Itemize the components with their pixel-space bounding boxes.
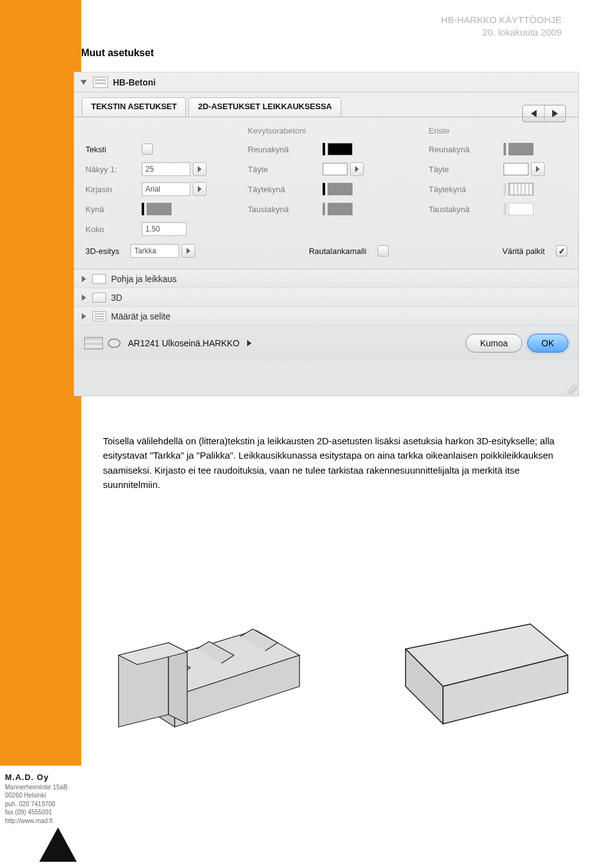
cube-icon bbox=[92, 293, 106, 303]
popup-kirjasin[interactable] bbox=[193, 182, 207, 196]
body-paragraph: Toisella välilehdellä on (littera)teksti… bbox=[103, 434, 562, 492]
label-3d-esitys: 3D-esitys bbox=[85, 246, 119, 256]
page: HB-HARKKO KÄYTTÖOHJE 20. lokakuuta 2009 … bbox=[0, 0, 599, 868]
group-3d[interactable]: 3D bbox=[74, 288, 578, 307]
pen-reunakyna-m[interactable] bbox=[323, 143, 410, 155]
popup-3d-esitys[interactable] bbox=[182, 244, 195, 258]
chevron-right-icon bbox=[198, 166, 202, 172]
fill-tayte-m[interactable] bbox=[323, 163, 348, 175]
plan-icon bbox=[92, 274, 106, 284]
url-line: http://www.mad.fi bbox=[5, 817, 110, 826]
label-reunakyna-r: Reunakynä bbox=[429, 145, 504, 154]
pen-taustakyna-m[interactable] bbox=[323, 203, 410, 215]
input-3d-esitys[interactable]: Tarkka bbox=[130, 244, 179, 258]
block-palikka bbox=[406, 624, 568, 724]
chevron-right-icon bbox=[187, 248, 190, 254]
ok-button[interactable]: OK bbox=[527, 334, 568, 353]
dialog-titlebar: HB-Betoni bbox=[74, 72, 578, 92]
chevron-right-icon bbox=[198, 186, 202, 192]
address-line: Mannerheimintie 15aB bbox=[5, 783, 110, 792]
fax-line: fax (09) 4555091 bbox=[5, 808, 110, 817]
label-taustakyna-m: Taustakynä bbox=[248, 205, 323, 214]
chevron-right-icon bbox=[355, 166, 359, 172]
orange-sidebar bbox=[0, 0, 81, 868]
chevron-right-icon bbox=[247, 340, 251, 346]
object-type-icon bbox=[93, 77, 108, 88]
label-teksti: Teksti bbox=[85, 145, 142, 154]
section-heading: Muut asetukset bbox=[81, 47, 153, 59]
doc-date: 20. lokakuuta 2009 bbox=[441, 26, 562, 39]
block-illustrations bbox=[94, 537, 574, 736]
popup-nakyy[interactable] bbox=[193, 162, 207, 176]
cancel-button[interactable]: Kumoa bbox=[465, 334, 522, 353]
label-tayte-m: Täyte bbox=[248, 165, 323, 174]
label-reunakyna-m: Reunakynä bbox=[248, 145, 323, 154]
list-icon bbox=[92, 311, 106, 321]
tab-text-settings[interactable]: TEKSTIN ASETUKSET bbox=[82, 97, 186, 117]
phone-line: puh. 020 7419700 bbox=[5, 800, 110, 809]
group-label: Pohja ja leikkaus bbox=[111, 274, 177, 284]
header-eriste: Eriste bbox=[429, 126, 591, 135]
tab-2d-section-settings[interactable]: 2D-ASETUKSET LEIKKAUKSESSA bbox=[188, 97, 341, 117]
checkbox-rautalanka[interactable] bbox=[377, 245, 389, 256]
group-maarat[interactable]: Määrät ja selite bbox=[74, 307, 578, 326]
pen-taytekyna-r[interactable] bbox=[504, 183, 591, 195]
pen-taustakyna-r[interactable] bbox=[504, 203, 591, 215]
col-eriste: Eriste . Reunakynä Täyte Täyte bbox=[429, 126, 591, 239]
col-kevytsorabetoni: Kevytsorabetoni . Reunakynä Täyte bbox=[248, 126, 410, 239]
label-kirjasin: Kirjasin bbox=[85, 185, 142, 194]
label-rautalanka: Rautalankamalli bbox=[309, 246, 367, 256]
header-kevytsorabetoni: Kevytsorabetoni bbox=[248, 126, 410, 135]
settings-dialog: HB-Betoni TEKSTIN ASETUKSET 2D-ASETUKSET… bbox=[74, 72, 579, 396]
dialog-title: HB-Betoni bbox=[113, 77, 155, 87]
chevron-right-icon bbox=[82, 313, 86, 319]
pen-taytekyna-m[interactable] bbox=[323, 183, 410, 195]
label-nakyy: Näkyy 1: bbox=[85, 165, 142, 174]
layer-name[interactable]: AR1241 Ulkoseinä.HARKKO bbox=[128, 338, 240, 348]
checkbox-teksti[interactable] bbox=[142, 144, 153, 155]
dialog-footer: AR1241 Ulkoseinä.HARKKO Kumoa OK bbox=[74, 326, 578, 361]
doc-title: HB-HARKKO KÄYTTÖOHJE bbox=[441, 14, 562, 26]
eye-icon[interactable] bbox=[108, 339, 120, 348]
chevron-right-icon bbox=[82, 276, 86, 282]
label-taytekyna-r: Täytekynä bbox=[429, 185, 504, 194]
chevron-right-icon bbox=[82, 295, 86, 301]
input-kirjasin[interactable]: Arial bbox=[142, 182, 190, 196]
pen-kyna[interactable] bbox=[142, 203, 229, 215]
panel-body: . Teksti Näkyy 1: 25 Kirjasin bbox=[74, 117, 578, 263]
group-label: Määrät ja selite bbox=[111, 311, 170, 321]
popup-tayte-m[interactable] bbox=[350, 162, 364, 176]
input-koko[interactable]: 1,50 bbox=[142, 222, 187, 236]
popup-tayte-r[interactable] bbox=[531, 162, 545, 176]
block-tarkka bbox=[119, 629, 300, 727]
col-text: . Teksti Näkyy 1: 25 Kirjasin bbox=[85, 126, 229, 239]
label-kyna: Kynä bbox=[85, 205, 142, 214]
fill-tayte-r[interactable] bbox=[504, 163, 528, 175]
label-taustakyna-r: Taustakynä bbox=[429, 205, 504, 214]
company-name: M.A.D. Oy bbox=[5, 772, 110, 783]
company-footer: M.A.D. Oy Mannerheimintie 15aB 00260 Hel… bbox=[0, 766, 115, 868]
expandable-groups: Pohja ja leikkaus 3D Määrät ja selite bbox=[74, 269, 578, 326]
input-nakyy[interactable]: 25 bbox=[142, 162, 190, 176]
group-label: 3D bbox=[111, 293, 122, 303]
resize-grip-icon[interactable] bbox=[567, 384, 577, 394]
tabs: TEKSTIN ASETUKSET 2D-ASETUKSET LEIKKAUKS… bbox=[74, 92, 578, 117]
logo-spire-icon bbox=[39, 827, 77, 862]
pen-reunakyna-r[interactable] bbox=[504, 143, 591, 155]
collapse-triangle-icon[interactable] bbox=[80, 80, 87, 85]
label-tayte-r: Täyte bbox=[429, 165, 504, 174]
checkbox-varita-palkit[interactable] bbox=[556, 245, 567, 256]
label-koko: Koko bbox=[85, 225, 142, 234]
label-taytekyna-m: Täytekynä bbox=[248, 185, 323, 194]
group-pohja-leikkaus[interactable]: Pohja ja leikkaus bbox=[74, 270, 578, 288]
chevron-right-icon bbox=[536, 166, 540, 172]
doc-header: HB-HARKKO KÄYTTÖOHJE 20. lokakuuta 2009 bbox=[441, 14, 562, 39]
layers-icon bbox=[84, 337, 103, 349]
address-line: 00260 Helsinki bbox=[5, 791, 110, 800]
label-varita-palkit: Väritä palkit bbox=[502, 246, 545, 256]
